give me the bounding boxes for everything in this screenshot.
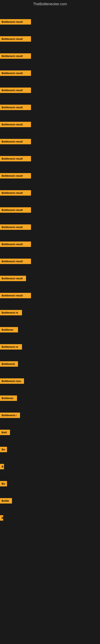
site-title: TheBottlenecker.com (0, 0, 100, 9)
bottleneck-item: Bottleneck result (0, 151, 100, 166)
bottleneck-label: Bottleneck (0, 361, 18, 367)
bottleneck-item: Bottleneck result (0, 271, 100, 286)
bottleneck-item: Bottleneck r (0, 408, 100, 423)
bottleneck-item: Bottleneck result (0, 237, 100, 252)
bottleneck-label: Bottlenec (0, 327, 18, 332)
bottleneck-item: Bo (0, 476, 100, 491)
bottleneck-label: Bottleneck result (0, 293, 31, 298)
bottleneck-item: Bottleneck result (0, 66, 100, 81)
bottleneck-label: Bottleneck result (0, 19, 31, 24)
bottleneck-label: Bottleneck result (0, 105, 31, 110)
bottleneck-label: Bott (0, 430, 10, 435)
bottleneck-label: Bottleneck result (0, 207, 31, 213)
bottleneck-label: Bottleneck result (0, 258, 31, 264)
bottleneck-label: Bottleneck result (0, 36, 31, 42)
bottleneck-item: Bottleneck result (0, 220, 100, 235)
bottleneck-item: Bottleneck result (0, 117, 100, 132)
bottleneck-item: Bottleneck result (0, 32, 100, 46)
bottleneck-item: Bottlenec (0, 391, 100, 406)
bottleneck-item: Bottleneck (0, 356, 100, 372)
bottleneck-item: Bott (0, 425, 100, 440)
bottleneck-item: Bo (0, 442, 100, 457)
bottleneck-item: Bottleneck result (0, 254, 100, 269)
bottleneck-item: Bottlenec (0, 322, 100, 337)
bottleneck-item: Bottleneck result (0, 185, 100, 200)
bottleneck-item: Bottleneck result (0, 134, 100, 149)
bottleneck-label: B (0, 464, 4, 469)
bottleneck-label: Bottleneck result (0, 276, 26, 281)
bottleneck-item: B (0, 459, 100, 474)
bottleneck-item: Bottle (0, 493, 100, 508)
bottleneck-label: Bottleneck result (0, 156, 31, 162)
bottleneck-item: Bottleneck result (0, 168, 100, 183)
bottleneck-label: Bottleneck result (0, 190, 31, 196)
bottleneck-label: Bottleneck result (0, 70, 31, 76)
bottleneck-label: Bottleneck resu (0, 378, 24, 384)
bottleneck-item: Bottleneck re (0, 305, 100, 320)
bottleneck-label: Bottleneck result (0, 88, 31, 93)
bottleneck-label: Bottleneck result (0, 122, 31, 127)
bottleneck-item: Bottleneck result (0, 48, 100, 64)
bottleneck-item: B (0, 510, 100, 526)
bottleneck-label: B (0, 515, 3, 521)
bottleneck-item: Bottleneck result (0, 288, 100, 303)
bottleneck-label: Bottleneck re (0, 344, 22, 350)
bottleneck-label: Bottleneck r (0, 412, 20, 418)
bottleneck-label: Bottlenec (0, 396, 17, 401)
bottleneck-label: Bo (0, 447, 7, 452)
bottleneck-label: Bottleneck result (0, 139, 31, 144)
bottleneck-label: Bottleneck result (0, 224, 31, 230)
bottleneck-label: Bo (0, 481, 7, 486)
bottleneck-item: Bottleneck result (0, 202, 100, 218)
bottleneck-item: Bottleneck result (0, 14, 100, 30)
bottleneck-item: Bottleneck result (0, 100, 100, 115)
bottleneck-label: Bottleneck result (0, 242, 31, 247)
bottleneck-item: Bottleneck result (0, 83, 100, 98)
bottleneck-label: Bottleneck re (0, 310, 22, 315)
bottleneck-label: Bottleneck result (0, 53, 31, 59)
bottleneck-label: Bottle (0, 498, 12, 504)
bottleneck-label: Bottleneck result (0, 173, 31, 178)
bottleneck-item: Bottleneck re (0, 339, 100, 354)
bottleneck-item: Bottleneck resu (0, 374, 100, 388)
